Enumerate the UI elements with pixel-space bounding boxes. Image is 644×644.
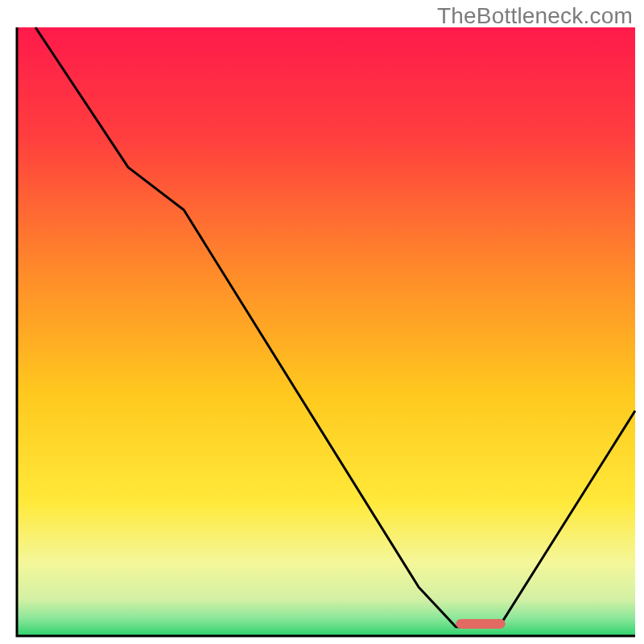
bottleneck-chart bbox=[0, 0, 644, 644]
chart-background bbox=[17, 27, 635, 636]
optimal-marker bbox=[456, 619, 505, 629]
watermark-text: TheBottleneck.com bbox=[437, 3, 633, 29]
